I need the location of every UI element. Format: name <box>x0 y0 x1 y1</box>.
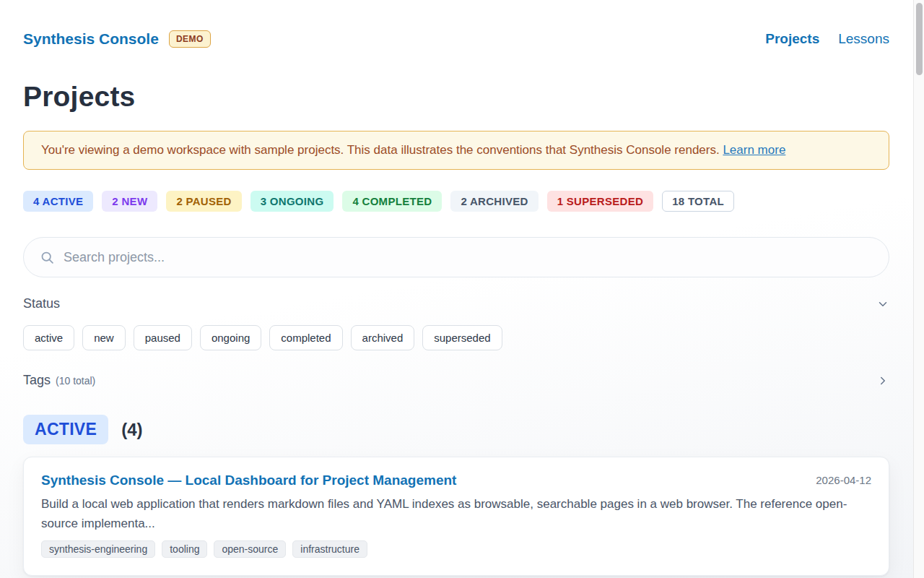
project-description: Build a local web application that rende… <box>41 495 871 534</box>
app-header: Synthesis Console DEMO Projects Lessons <box>23 0 889 48</box>
status-count-badges: 4 ACTIVE 2 NEW 2 PAUSED 3 ONGOING 4 COMP… <box>23 191 889 212</box>
chevron-right-icon[interactable] <box>876 374 889 387</box>
status-filter-chip[interactable]: paused <box>134 325 192 350</box>
status-count-badge: 18 TOTAL <box>662 191 734 212</box>
status-count-badge: 2 NEW <box>102 191 157 212</box>
main-nav: Projects Lessons <box>765 31 889 47</box>
search-box[interactable] <box>23 237 889 277</box>
active-section-count: (4) <box>121 420 142 440</box>
demo-banner: You're viewing a demo workspace with sam… <box>23 131 889 170</box>
status-count-badge: 4 ACTIVE <box>23 191 93 212</box>
status-filter-chip[interactable]: active <box>23 325 74 350</box>
status-filter-chips: active new paused ongoing completed arch… <box>23 325 889 350</box>
status-count-badge: 4 COMPLETED <box>342 191 442 212</box>
status-count-badge: 2 ARCHIVED <box>450 191 538 212</box>
status-filter-chip[interactable]: ongoing <box>200 325 261 350</box>
project-date: 2026-04-12 <box>816 473 871 486</box>
search-icon <box>40 250 55 265</box>
status-filter-chip[interactable]: archived <box>351 325 415 350</box>
status-count-badge: 2 PAUSED <box>166 191 241 212</box>
scrollbar-track[interactable] <box>913 0 924 578</box>
project-tags: synthesis-engineering tooling open-sourc… <box>41 540 871 558</box>
project-tag-chip[interactable]: open-source <box>214 540 286 558</box>
search-input[interactable] <box>64 250 873 265</box>
tags-count-label: (10 total) <box>56 375 95 387</box>
project-tag-chip[interactable]: synthesis-engineering <box>41 540 155 558</box>
learn-more-link[interactable]: Learn more <box>723 143 785 157</box>
status-filter-chip[interactable]: new <box>82 325 126 350</box>
status-count-badge: 3 ONGOING <box>250 191 334 212</box>
app-logo[interactable]: Synthesis Console <box>23 30 159 48</box>
status-filter-label: Status <box>23 296 60 311</box>
project-card: Synthesis Console — Local Dashboard for … <box>23 457 889 576</box>
project-title-link[interactable]: Synthesis Console — Local Dashboard for … <box>41 473 456 488</box>
active-section-header: ACTIVE (4) <box>23 415 889 444</box>
project-card-top: Synthesis Console — Local Dashboard for … <box>41 473 871 488</box>
status-filter-chip[interactable]: completed <box>269 325 342 350</box>
status-filter-header[interactable]: Status <box>23 296 889 311</box>
brand: Synthesis Console DEMO <box>23 30 211 48</box>
active-section-badge: ACTIVE <box>23 415 108 444</box>
tags-filter-header[interactable]: Tags(10 total) <box>23 373 889 388</box>
nav-projects[interactable]: Projects <box>765 31 819 47</box>
chevron-down-icon[interactable] <box>876 298 889 311</box>
page-title: Projects <box>23 81 889 113</box>
demo-badge: DEMO <box>169 30 211 48</box>
project-tag-chip[interactable]: infrastructure <box>292 540 367 558</box>
banner-text: You're viewing a demo workspace with sam… <box>41 143 723 157</box>
scrollbar-thumb[interactable] <box>916 3 923 75</box>
nav-lessons[interactable]: Lessons <box>838 31 889 47</box>
tags-filter-labels: Tags(10 total) <box>23 373 95 388</box>
page-container: Synthesis Console DEMO Projects Lessons … <box>0 0 912 576</box>
status-filter-chip[interactable]: superseded <box>422 325 502 350</box>
tags-filter-label: Tags <box>23 373 51 387</box>
status-count-badge: 1 SUPERSEDED <box>547 191 653 212</box>
project-tag-chip[interactable]: tooling <box>162 540 207 558</box>
